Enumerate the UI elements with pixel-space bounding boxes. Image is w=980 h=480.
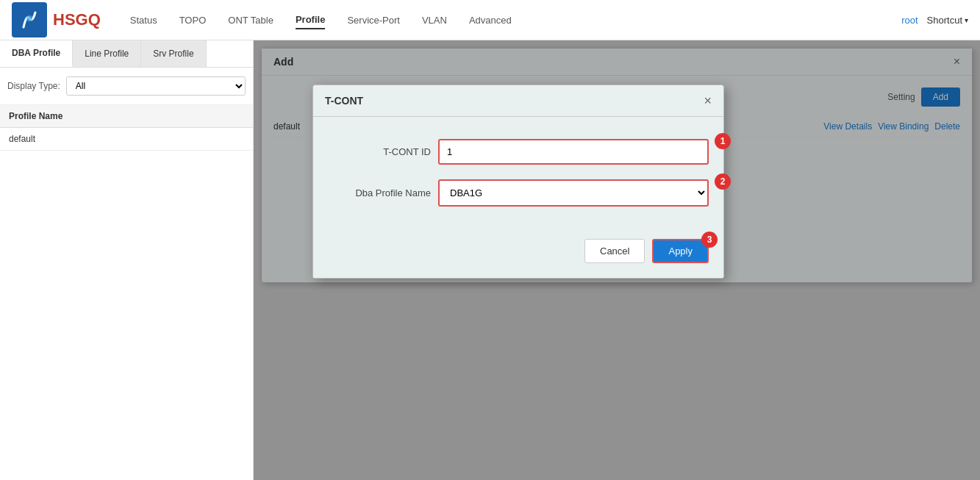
tcont-modal: T-CONT × T-CONT ID 1 Dba Profile Name (312, 85, 724, 279)
modal-header: T-CONT × (313, 85, 723, 117)
chevron-down-icon: ▾ (965, 16, 968, 24)
modal-overlay: T-CONT × T-CONT ID 1 Dba Profile Name (254, 40, 980, 480)
tab-line-profile[interactable]: Line Profile (73, 40, 141, 67)
tcont-id-input[interactable] (438, 139, 709, 165)
nav-links: Status TOPO ONT Table Profile Service-Po… (130, 11, 901, 29)
nav-status[interactable]: Status (130, 12, 157, 29)
nav-advanced[interactable]: Advanced (469, 12, 512, 29)
tab-dba-profile[interactable]: DBA Profile (0, 40, 73, 67)
tcont-id-row: T-CONT ID 1 (328, 139, 709, 165)
modal-footer: Cancel Apply 3 (313, 239, 723, 278)
modal-close-button[interactable]: × (704, 94, 712, 107)
nav-shortcut[interactable]: Shortcut ▾ (927, 15, 968, 26)
nav-profile[interactable]: Profile (296, 11, 325, 29)
dba-profile-label: Dba Profile Name (328, 187, 431, 198)
nav-vlan[interactable]: VLAN (422, 12, 447, 29)
table-row[interactable]: default (0, 128, 253, 151)
step-2-badge: 2 (715, 173, 731, 190)
modal-body: T-CONT ID 1 Dba Profile Name DBA1G DBA2G… (313, 117, 723, 239)
tab-srv-profile[interactable]: Srv Profile (141, 40, 206, 67)
nav-service-port[interactable]: Service-Port (347, 12, 400, 29)
cancel-button[interactable]: Cancel (584, 239, 645, 263)
nav-ont-table[interactable]: ONT Table (228, 12, 273, 29)
dba-profile-row: Dba Profile Name DBA1G DBA2G DBA5G 2 (328, 179, 709, 207)
svg-point-1 (26, 15, 32, 21)
brand-name: HSGQ (53, 10, 101, 29)
step-3-badge: 3 (701, 232, 718, 248)
logo-area: HSGQ (12, 2, 101, 37)
filter-label: Display Type: (7, 81, 60, 91)
sidebar-filter: Display Type: All (0, 68, 253, 105)
table-header-profile-name: Profile Name (0, 105, 253, 128)
nav-right: root Shortcut ▾ (901, 15, 968, 26)
top-navigation: HSGQ Status TOPO ONT Table Profile Servi… (0, 0, 980, 40)
nav-user: root (901, 15, 918, 26)
sidebar: DBA Profile Line Profile Srv Profile Dis… (0, 40, 254, 480)
tab-bar: DBA Profile Line Profile Srv Profile (0, 40, 253, 68)
display-type-select[interactable]: All (66, 76, 246, 96)
step-1-badge: 1 (715, 133, 731, 149)
modal-title: T-CONT (325, 95, 363, 107)
apply-button[interactable]: Apply (652, 239, 709, 263)
tcont-id-label: T-CONT ID (328, 146, 431, 157)
dba-profile-select[interactable]: DBA1G DBA2G DBA5G (438, 179, 709, 207)
logo-icon (12, 2, 47, 37)
nav-topo[interactable]: TOPO (179, 12, 207, 29)
main-layout: DBA Profile Line Profile Srv Profile Dis… (0, 40, 980, 480)
content-area: ForoISP Add × Setting Add default View D… (254, 40, 980, 480)
